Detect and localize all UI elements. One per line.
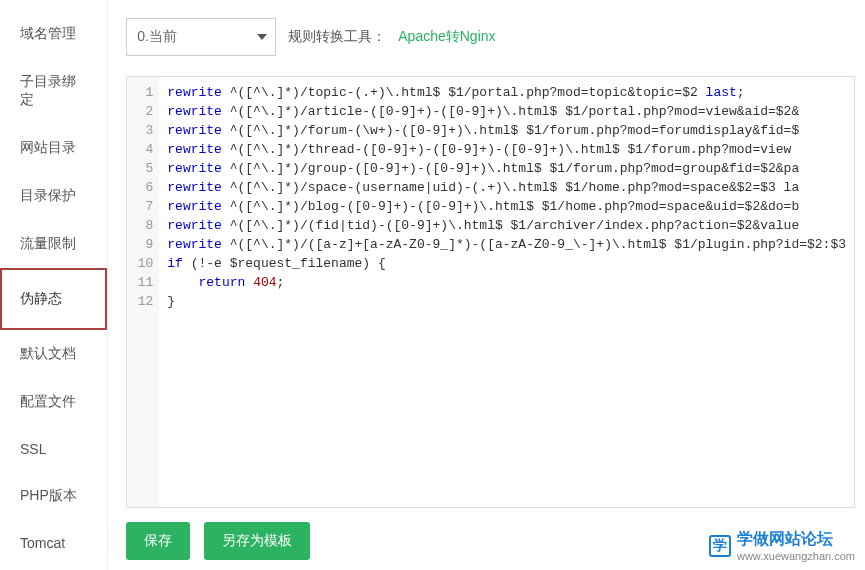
- code-content[interactable]: rewrite ^([^\.]*)/topic-(.+)\.html$ $1/p…: [159, 77, 854, 507]
- sidebar-item-defaultdoc[interactable]: 默认文档: [0, 330, 107, 378]
- sidebar-item-dirprotect[interactable]: 目录保护: [0, 172, 107, 220]
- sidebar-item-php[interactable]: PHP版本: [0, 472, 107, 520]
- select-value: 0.当前: [137, 28, 177, 46]
- sidebar-item-config[interactable]: 配置文件: [0, 378, 107, 426]
- watermark-badge: 学: [709, 535, 731, 557]
- sidebar-item-domain[interactable]: 域名管理: [0, 10, 107, 58]
- watermark: 学 学做网站论坛 www.xuewangzhan.com: [709, 529, 855, 562]
- watermark-url: www.xuewangzhan.com: [737, 550, 855, 562]
- watermark-title: 学做网站论坛: [737, 529, 855, 550]
- sidebar-item-subdir[interactable]: 子目录绑定: [0, 58, 107, 124]
- save-as-template-button[interactable]: 另存为模板: [204, 522, 310, 560]
- template-select[interactable]: 0.当前: [126, 18, 276, 56]
- toolbar: 0.当前 规则转换工具： Apache转Nginx: [126, 18, 855, 56]
- code-editor[interactable]: 123456789101112 rewrite ^([^\.]*)/topic-…: [126, 76, 855, 508]
- chevron-down-icon: [257, 34, 267, 40]
- sidebar: 域名管理 子目录绑定 网站目录 目录保护 流量限制 伪静态 默认文档 配置文件 …: [0, 0, 108, 570]
- main-panel: 0.当前 规则转换工具： Apache转Nginx 12345678910111…: [108, 0, 865, 570]
- sidebar-item-sitedir[interactable]: 网站目录: [0, 124, 107, 172]
- sidebar-item-tomcat[interactable]: Tomcat: [0, 520, 107, 566]
- sidebar-item-rewrite[interactable]: 伪静态: [0, 268, 107, 330]
- line-gutter: 123456789101112: [127, 77, 159, 507]
- save-button[interactable]: 保存: [126, 522, 190, 560]
- sidebar-item-ssl[interactable]: SSL: [0, 426, 107, 472]
- tool-label: 规则转换工具：: [288, 28, 386, 46]
- sidebar-item-traffic[interactable]: 流量限制: [0, 220, 107, 268]
- apache-to-nginx-link[interactable]: Apache转Nginx: [398, 28, 495, 46]
